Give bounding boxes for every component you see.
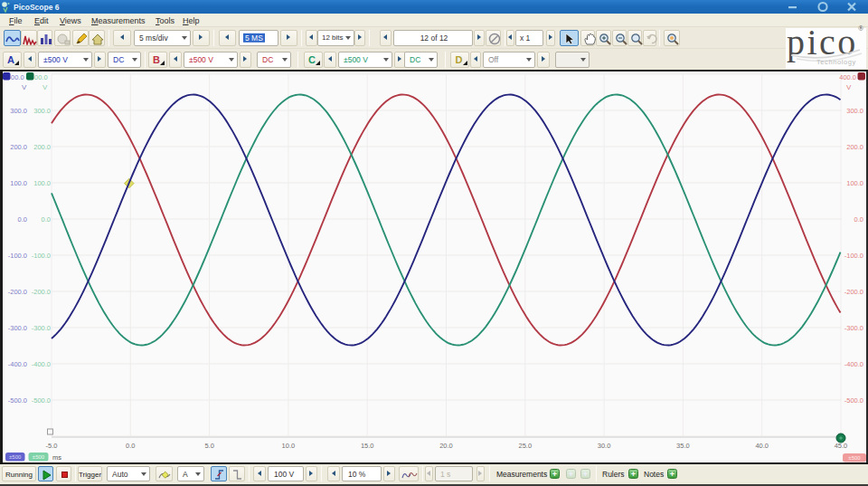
svg-text:-200.0: -200.0 (844, 288, 863, 296)
svg-text:-500.0: -500.0 (844, 396, 863, 405)
svg-text:-300.0: -300.0 (844, 324, 863, 332)
svg-text:100.0: 100.0 (33, 179, 51, 187)
svg-text:-100.0: -100.0 (844, 252, 863, 260)
svg-text:ms: ms (52, 453, 61, 462)
svg-text:5.0: 5.0 (204, 442, 213, 450)
svg-text:-500.0: -500.0 (8, 396, 27, 405)
svg-text:300.0: 300.0 (10, 107, 27, 115)
svg-text:15.0: 15.0 (361, 442, 374, 450)
svg-text:40.0: 40.0 (755, 442, 769, 450)
svg-text:35.0: 35.0 (676, 442, 690, 450)
svg-text:25.0: 25.0 (518, 442, 532, 450)
svg-text:±500: ±500 (848, 455, 861, 461)
svg-text:-200.0: -200.0 (32, 288, 51, 296)
svg-text:-300.0: -300.0 (32, 324, 51, 332)
svg-text:V: V (846, 83, 852, 91)
svg-text:-400.0: -400.0 (8, 360, 27, 368)
svg-text:400.0: 400.0 (839, 73, 856, 81)
svg-text:-100.0: -100.0 (8, 252, 27, 260)
svg-text:-100.0: -100.0 (32, 252, 51, 260)
svg-text:0.0: 0.0 (854, 215, 863, 224)
svg-text:100.0: 100.0 (846, 179, 863, 187)
svg-text:-500.0: -500.0 (32, 396, 51, 405)
svg-text:V: V (42, 83, 48, 91)
svg-text:00.0: 00.0 (11, 73, 24, 81)
svg-text:±500: ±500 (9, 454, 22, 460)
svg-text:300.0: 300.0 (33, 107, 51, 115)
svg-text:200.0: 200.0 (33, 143, 51, 151)
svg-text:10.0: 10.0 (282, 442, 296, 450)
svg-text:-400.0: -400.0 (32, 360, 51, 368)
svg-text:V: V (22, 83, 27, 91)
svg-text:0.0: 0.0 (42, 215, 51, 224)
svg-text:200.0: 200.0 (10, 143, 27, 151)
svg-text:00.0: 00.0 (34, 73, 48, 81)
svg-text:0.0: 0.0 (18, 215, 27, 224)
svg-text:300.0: 300.0 (846, 107, 863, 115)
svg-text:30.0: 30.0 (598, 442, 611, 450)
svg-text:±500: ±500 (33, 454, 45, 460)
svg-text:-400.0: -400.0 (844, 360, 863, 368)
svg-text:-300.0: -300.0 (8, 324, 27, 332)
svg-text:20.0: 20.0 (439, 442, 453, 450)
svg-text:-5.0: -5.0 (46, 442, 58, 450)
svg-text:-200.0: -200.0 (8, 288, 27, 296)
svg-text:100.0: 100.0 (10, 179, 27, 187)
svg-text:200.0: 200.0 (846, 143, 863, 151)
svg-text:0.0: 0.0 (126, 442, 135, 450)
